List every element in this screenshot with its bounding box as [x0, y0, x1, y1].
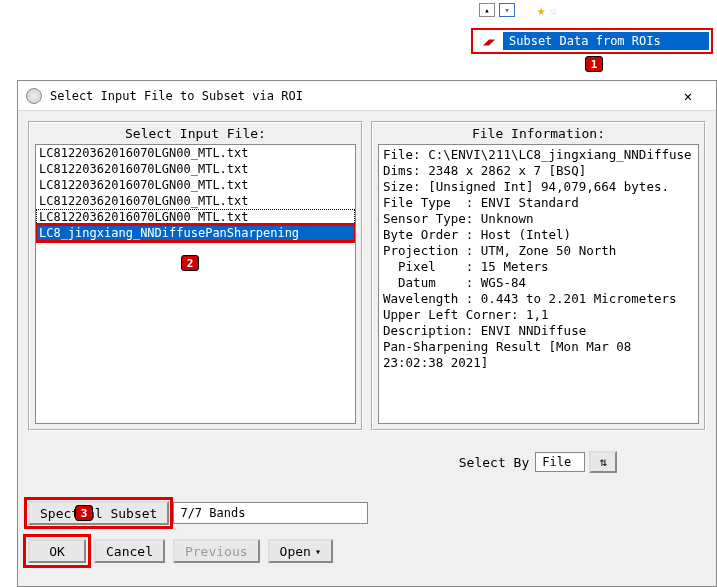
select-by-toggle-button[interactable]: ⇅ — [589, 451, 617, 473]
collapse-down-icon[interactable]: ▾ — [499, 3, 515, 17]
callout-3: 3 — [75, 505, 93, 521]
input-file-panel: Select Input File: LC81220362016070LGN00… — [28, 121, 363, 431]
dialog-buttons: OK Cancel Previous Open — [28, 539, 706, 563]
star-gold-icon[interactable]: ★ — [537, 2, 545, 18]
spectral-subset-button[interactable]: Spectral Subset 3 — [28, 501, 169, 525]
previous-button[interactable]: Previous — [173, 539, 260, 563]
callout-2: 2 — [181, 255, 199, 271]
file-info-header: File Information: — [373, 123, 704, 144]
close-button[interactable]: ✕ — [668, 88, 708, 104]
list-item[interactable]: LC81220362016070LGN00_MTL.txt — [36, 193, 355, 209]
tool-label: Subset Data from ROIs — [503, 32, 709, 50]
select-by-row: Select By File ⇅ — [383, 451, 693, 473]
spectral-subset-row: Spectral Subset 3 7/7 Bands — [28, 501, 706, 525]
file-info-text: File: C:\ENVI\211\LC8_jingxiang_NNDiffus… — [378, 144, 699, 424]
select-by-value[interactable]: File — [535, 452, 585, 472]
input-file-header: Select Input File: — [30, 123, 361, 144]
star-gray-icon[interactable]: ☆ — [549, 2, 557, 18]
callout-1: 1 — [585, 56, 603, 72]
collapse-up-icon[interactable]: ▴ — [479, 3, 495, 17]
app-icon — [26, 88, 42, 104]
dialog-body: Select Input File: LC81220362016070LGN00… — [18, 111, 716, 586]
toolbox-icons: ▴ ▾ ★ ☆ — [477, 0, 717, 20]
select-input-file-dialog: Select Input File to Subset via ROI ✕ Se… — [17, 80, 717, 587]
list-item[interactable]: LC81220362016070LGN00_MTL.txt — [36, 161, 355, 177]
list-item[interactable]: LC81220362016070LGN00_MTL.txt — [36, 145, 355, 161]
spectral-subset-value: 7/7 Bands — [173, 502, 368, 524]
input-file-listbox[interactable]: LC81220362016070LGN00_MTL.txt LC81220362… — [35, 144, 356, 424]
file-information-panel: File Information: File: C:\ENVI\211\LC8_… — [371, 121, 706, 431]
titlebar: Select Input File to Subset via ROI ✕ — [18, 81, 716, 111]
toolbox-panel: ▴ ▾ ★ ☆ ◢◤ Subset Data from ROIs 1 — [467, 0, 717, 70]
ok-button[interactable]: OK — [28, 539, 86, 563]
list-item-selected[interactable]: LC8_jingxiang_NNDiffusePanSharpening — [36, 225, 355, 241]
select-by-label: Select By — [459, 455, 529, 470]
list-item[interactable]: LC81220362016070LGN00_MTL.txt — [36, 177, 355, 193]
tool-subset-data-from-rois[interactable]: ◢◤ Subset Data from ROIs — [471, 28, 713, 54]
list-item[interactable]: LC81220362016070LGN00_MTL.txt — [36, 209, 355, 225]
cancel-button[interactable]: Cancel — [94, 539, 165, 563]
dialog-title: Select Input File to Subset via ROI — [50, 89, 668, 103]
roi-tool-icon: ◢◤ — [475, 33, 503, 49]
open-button[interactable]: Open — [268, 539, 333, 563]
